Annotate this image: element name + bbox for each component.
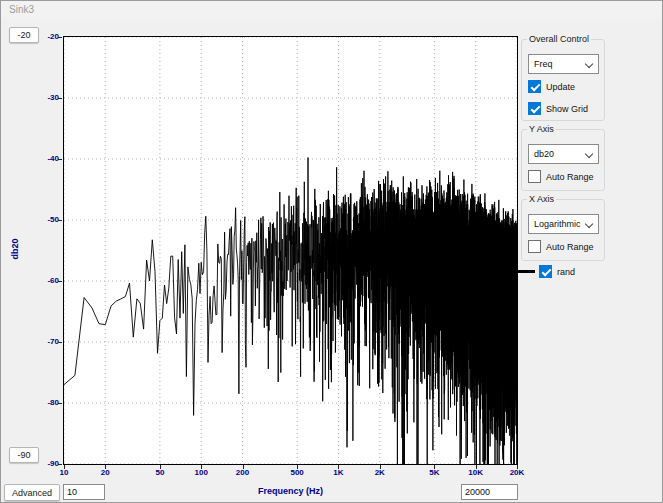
trace-rand bbox=[64, 158, 517, 465]
y-tick-mark bbox=[58, 37, 62, 38]
y-axis-group-title: Y Axis bbox=[527, 124, 556, 134]
x-tick-label: 1K bbox=[318, 468, 358, 477]
x-tick-mark bbox=[243, 465, 244, 469]
legend-item: rand bbox=[513, 265, 575, 278]
x-axis-group: X Axis Logarithmic Auto Range bbox=[521, 199, 605, 261]
x-tick-mark bbox=[380, 465, 381, 469]
plot-area[interactable] bbox=[63, 36, 518, 465]
x-tick-mark bbox=[64, 465, 65, 469]
window-titlebar: Sink3 bbox=[1, 1, 662, 19]
x-tick-mark bbox=[297, 465, 298, 469]
spectrum-plot bbox=[64, 37, 517, 464]
combobox-value: Freq bbox=[534, 59, 553, 69]
y-axis-group: Y Axis db20 Auto Range bbox=[521, 129, 605, 191]
checkbox-label: Update bbox=[546, 82, 575, 92]
y-tick-label: -50 bbox=[35, 215, 59, 224]
overall-control-title: Overall Control bbox=[527, 34, 591, 44]
update-checkbox[interactable]: Update bbox=[528, 80, 575, 93]
checkbox-label: Auto Range bbox=[546, 172, 594, 182]
y-tick-label: -90 bbox=[35, 459, 59, 468]
window-title: Sink3 bbox=[9, 4, 34, 15]
y-axis-combobox[interactable]: db20 bbox=[528, 144, 599, 164]
x-tick-mark bbox=[160, 465, 161, 469]
legend-label: rand bbox=[557, 267, 575, 277]
x-auto-range-checkbox[interactable]: Auto Range bbox=[528, 240, 594, 253]
x-tick-mark bbox=[338, 465, 339, 469]
y-tick-mark bbox=[58, 403, 62, 404]
checkbox-icon bbox=[528, 240, 541, 253]
x-tick-mark bbox=[476, 465, 477, 469]
x-tick-mark bbox=[201, 465, 202, 469]
y-tick-mark bbox=[58, 159, 62, 160]
x-tick-label: 100 bbox=[181, 468, 221, 477]
plotter-window: Sink3 -20 -90 db20 Frequency (Hz) Advanc… bbox=[0, 0, 663, 503]
x-tick-label: 50 bbox=[140, 468, 180, 477]
x-tick-label: 5K bbox=[414, 468, 454, 477]
combobox-value: db20 bbox=[534, 149, 554, 159]
legend-rand-checkbox[interactable]: rand bbox=[539, 265, 575, 278]
y-tick-label: -30 bbox=[35, 93, 59, 102]
chevron-down-icon bbox=[585, 150, 593, 158]
y-tick-label: -80 bbox=[35, 398, 59, 407]
checkbox-icon bbox=[528, 80, 541, 93]
y-tick-label: -70 bbox=[35, 337, 59, 346]
x-tick-label: 20 bbox=[85, 468, 125, 477]
x-axis-title: Frequency (Hz) bbox=[63, 486, 518, 496]
advanced-button[interactable]: Advanced bbox=[4, 484, 60, 501]
checkbox-label: Auto Range bbox=[546, 242, 594, 252]
y-axis-title: db20 bbox=[10, 219, 20, 279]
x-tick-label: 20K bbox=[497, 468, 537, 477]
x-max-input[interactable] bbox=[461, 484, 518, 500]
checkbox-icon bbox=[539, 265, 552, 278]
y-tick-mark bbox=[58, 98, 62, 99]
y-tick-mark bbox=[58, 220, 62, 221]
checkbox-icon bbox=[528, 102, 541, 115]
overall-control-group: Overall Control Freq Update Show Grid bbox=[521, 39, 605, 121]
chevron-down-icon bbox=[585, 60, 593, 68]
legend-line-sample bbox=[513, 270, 535, 273]
x-tick-label: 500 bbox=[277, 468, 317, 477]
y-tick-label: -60 bbox=[35, 276, 59, 285]
y-tick-label: -20 bbox=[35, 32, 59, 41]
checkbox-label: Show Grid bbox=[546, 104, 588, 114]
y-tick-mark bbox=[58, 342, 62, 343]
x-tick-label: 10 bbox=[44, 468, 84, 477]
x-axis-combobox[interactable]: Logarithmic bbox=[528, 214, 599, 234]
y-auto-range-checkbox[interactable]: Auto Range bbox=[528, 170, 594, 183]
y-tick-label: -40 bbox=[35, 154, 59, 163]
x-tick-mark bbox=[105, 465, 106, 469]
x-axis-group-title: X Axis bbox=[527, 194, 556, 204]
x-tick-label: 10K bbox=[456, 468, 496, 477]
x-min-input[interactable] bbox=[63, 484, 105, 500]
checkbox-icon bbox=[528, 170, 541, 183]
x-tick-mark bbox=[517, 465, 518, 469]
chevron-down-icon bbox=[585, 220, 593, 228]
y-tick-mark bbox=[58, 464, 62, 465]
combobox-value: Logarithmic bbox=[534, 219, 581, 229]
x-tick-label: 200 bbox=[223, 468, 263, 477]
y-tick-mark bbox=[58, 281, 62, 282]
x-tick-mark bbox=[434, 465, 435, 469]
show-grid-checkbox[interactable]: Show Grid bbox=[528, 102, 588, 115]
x-tick-label: 2K bbox=[360, 468, 400, 477]
overall-control-combobox[interactable]: Freq bbox=[528, 54, 599, 74]
